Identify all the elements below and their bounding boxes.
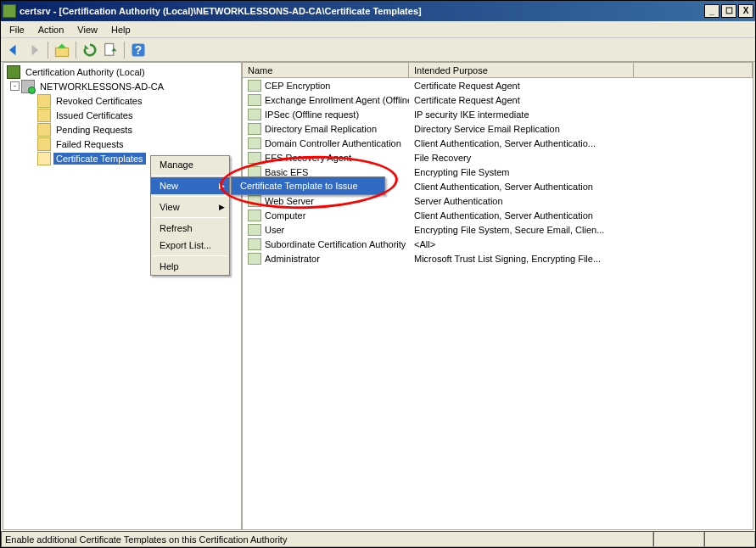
cell-name: IPSec (Offline request)	[265, 109, 359, 120]
title-bar: certsrv - [Certification Authority (Loca…	[1, 1, 755, 21]
svg-rect-0	[56, 48, 69, 56]
cell-purpose: Server Authentication	[409, 195, 753, 207]
cell-name: Basic EFS	[265, 167, 308, 177]
context-manage[interactable]: Manage	[151, 156, 229, 173]
content-area: Certification Authority (Local) - NETWOR…	[3, 62, 753, 530]
list-row[interactable]: Web ServerServer Authentication	[243, 193, 753, 208]
list-row[interactable]: UserEncrypting File System, Secure Email…	[243, 222, 753, 237]
template-icon	[248, 137, 261, 149]
app-icon	[3, 4, 16, 18]
tree-node-pending[interactable]: Pending Requests	[5, 122, 239, 137]
cell-name: Domain Controller Authentication	[265, 138, 401, 148]
list-row[interactable]: Domain Controller AuthenticationClient A…	[243, 136, 753, 150]
cell-purpose: Client Authentication, Server Authentica…	[409, 181, 753, 193]
cell-name: EFS Recovery Agent	[265, 153, 351, 163]
collapse-icon[interactable]: -	[10, 81, 20, 91]
submenu-arrow-icon: ▶	[219, 203, 225, 211]
template-icon	[248, 123, 261, 135]
tree-node-issued[interactable]: Issued Certificates	[5, 108, 239, 122]
context-export[interactable]: Export List...	[151, 237, 229, 254]
list-row[interactable]: EFS Recovery AgentFile Recovery	[243, 150, 753, 165]
status-pane-2	[653, 531, 704, 547]
app-window: certsrv - [Certification Authority (Loca…	[0, 0, 756, 548]
menu-bar: File Action View Help	[1, 21, 755, 38]
close-button[interactable]: X	[738, 4, 753, 18]
column-name[interactable]: Name	[243, 63, 409, 77]
template-icon	[248, 80, 261, 92]
template-icon	[248, 152, 261, 164]
list-row[interactable]: Directory Email ReplicationDirectory Ser…	[243, 121, 753, 136]
cell-purpose: Client Authentication, Server Authentica…	[409, 137, 753, 149]
cell-name: Administrator	[265, 254, 320, 264]
template-icon	[248, 253, 261, 265]
menu-view[interactable]: View	[72, 23, 103, 36]
export-button[interactable]	[101, 41, 120, 59]
cell-purpose: IP security IKE intermediate	[409, 109, 753, 120]
list-row[interactable]: CEP EncryptionCertificate Request Agent	[243, 78, 753, 92]
help-button[interactable]: ?	[129, 41, 148, 59]
list-row[interactable]: AdministratorMicrosoft Trust List Signin…	[243, 251, 753, 266]
back-button[interactable]	[4, 41, 23, 59]
list-pane: Name Intended Purpose CEP EncryptionCert…	[243, 63, 753, 529]
window-controls: _ ☐ X	[704, 4, 753, 18]
context-help[interactable]: Help	[151, 258, 229, 275]
template-icon	[248, 224, 261, 236]
list-header: Name Intended Purpose	[243, 63, 753, 78]
cell-name: Web Server	[265, 196, 314, 206]
cell-purpose: <All>	[409, 238, 753, 250]
menu-action[interactable]: Action	[33, 23, 70, 36]
list-row[interactable]: Exchange Enrollment Agent (Offline req..…	[243, 92, 753, 107]
column-purpose[interactable]: Intended Purpose	[409, 63, 634, 77]
submenu-cert-template-to-issue[interactable]: Certificate Template to Issue	[232, 177, 384, 194]
menu-help[interactable]: Help	[106, 23, 136, 36]
window-title: certsrv - [Certification Authority (Loca…	[20, 6, 704, 16]
submenu-new: Certificate Template to Issue	[231, 176, 385, 195]
template-icon	[248, 94, 261, 106]
cell-name: CEP Encryption	[265, 81, 330, 91]
cell-name: User	[265, 225, 284, 235]
cell-purpose: Encrypting File System	[409, 166, 753, 178]
template-icon	[248, 195, 261, 207]
list-body: CEP EncryptionCertificate Request AgentE…	[243, 78, 753, 266]
svg-rect-1	[105, 43, 114, 55]
tree-node-failed[interactable]: Failed Requests	[5, 137, 239, 151]
list-row[interactable]: IPSec (Offline request)IP security IKE i…	[243, 107, 753, 121]
context-view[interactable]: View▶	[151, 199, 229, 215]
cell-name: Computer	[265, 210, 305, 221]
template-icon	[248, 109, 261, 120]
list-row[interactable]: Subordinate Certification Authority<All>	[243, 237, 753, 251]
cell-purpose: Microsoft Trust List Signing, Encrypting…	[409, 253, 753, 265]
column-spacer	[634, 63, 753, 77]
submenu-arrow-icon: ▶	[219, 182, 225, 190]
minimize-button[interactable]: _	[704, 4, 720, 18]
svg-text:?: ?	[135, 44, 142, 57]
template-icon	[248, 210, 261, 221]
cell-purpose: Certificate Request Agent	[409, 94, 753, 106]
list-row[interactable]: ComputerClient Authentication, Server Au…	[243, 208, 753, 222]
cell-purpose: File Recovery	[409, 152, 753, 164]
cell-purpose: Directory Service Email Replication	[409, 123, 753, 135]
status-bar: Enable additional Certificate Templates …	[1, 530, 755, 547]
tree-root[interactable]: Certification Authority (Local)	[5, 64, 239, 79]
tree-server[interactable]: - NETWORKLESSONS-AD-CA	[5, 79, 239, 93]
template-icon	[248, 238, 261, 250]
up-button[interactable]	[53, 41, 71, 59]
menu-file[interactable]: File	[4, 23, 30, 36]
toolbar: ?	[1, 38, 755, 62]
cell-purpose: Encrypting File System, Secure Email, Cl…	[409, 224, 753, 236]
forward-button[interactable]	[25, 41, 43, 59]
cell-name: Exchange Enrollment Agent (Offline req..…	[265, 95, 409, 105]
tree-node-revoked[interactable]: Revoked Certificates	[5, 93, 239, 108]
context-refresh[interactable]: Refresh	[151, 220, 229, 237]
cell-purpose: Client Authentication, Server Authentica…	[409, 210, 753, 221]
cell-name: Subordinate Certification Authority	[265, 239, 406, 249]
status-text: Enable additional Certificate Templates …	[1, 531, 653, 547]
tree-pane: Certification Authority (Local) - NETWOR…	[3, 63, 243, 529]
maximize-button[interactable]: ☐	[721, 4, 736, 18]
context-menu: Manage New▶ View▶ Refresh Export List...…	[150, 155, 230, 276]
cell-name: Directory Email Replication	[265, 124, 377, 134]
refresh-button[interactable]	[81, 41, 99, 59]
context-new[interactable]: New▶	[151, 177, 229, 194]
cell-purpose: Certificate Request Agent	[409, 80, 753, 92]
status-pane-3	[704, 531, 755, 547]
